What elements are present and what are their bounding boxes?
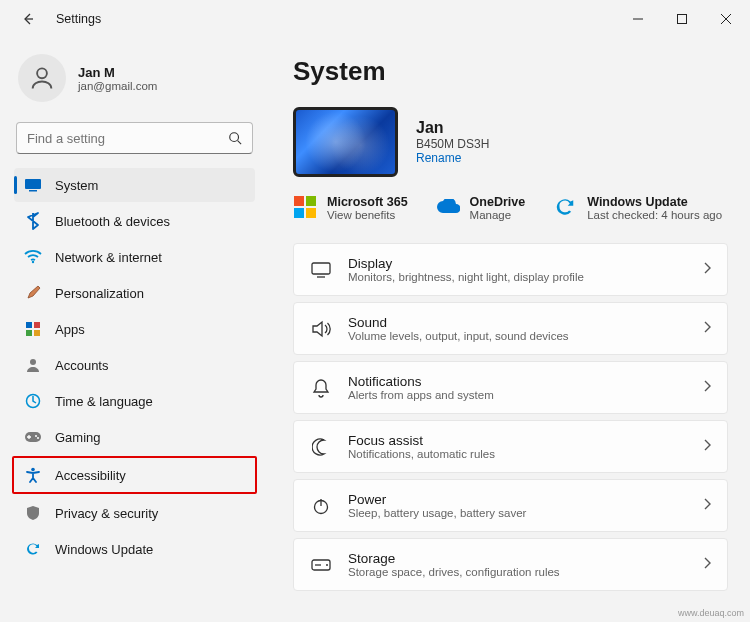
search-input[interactable] <box>27 131 228 146</box>
paintbrush-icon <box>24 284 42 302</box>
sidebar-item-personalization[interactable]: Personalization <box>14 276 255 310</box>
avatar <box>18 54 66 102</box>
chevron-right-icon <box>703 557 711 572</box>
display-icon <box>310 259 332 281</box>
wifi-icon <box>24 248 42 266</box>
minimize-button[interactable] <box>616 3 660 35</box>
apps-icon <box>24 320 42 338</box>
update-icon <box>24 540 42 558</box>
card-notifications[interactable]: Notifications Alerts from apps and syste… <box>293 361 728 414</box>
person-icon <box>28 64 56 92</box>
sidebar-item-accessibility[interactable]: Accessibility <box>14 458 255 492</box>
titlebar: Settings <box>0 0 750 38</box>
accounts-icon <box>24 356 42 374</box>
sidebar-item-time[interactable]: Time & language <box>14 384 255 418</box>
card-title: Storage <box>348 551 687 566</box>
storage-icon <box>310 554 332 576</box>
svg-point-5 <box>32 261 34 263</box>
sidebar-item-system[interactable]: System <box>14 168 255 202</box>
card-storage[interactable]: Storage Storage space, drives, configura… <box>293 538 728 591</box>
window-title: Settings <box>56 12 101 26</box>
sidebar-item-label: Network & internet <box>55 250 162 265</box>
moon-icon <box>310 436 332 458</box>
sidebar-item-privacy[interactable]: Privacy & security <box>14 496 255 530</box>
svg-rect-6 <box>26 322 32 328</box>
sidebar-item-label: Personalization <box>55 286 144 301</box>
search-box[interactable] <box>16 122 253 154</box>
device-row: Jan B450M DS3H Rename <box>293 107 728 177</box>
quick-sub: Last checked: 4 hours ago <box>587 209 722 221</box>
sidebar-item-bluetooth[interactable]: Bluetooth & devices <box>14 204 255 238</box>
quick-links-row: Microsoft 365 View benefits OneDrive Man… <box>293 195 728 221</box>
sidebar-item-label: Windows Update <box>55 542 153 557</box>
svg-point-10 <box>30 359 36 365</box>
quick-sub: View benefits <box>327 209 408 221</box>
microsoft-logo-icon <box>293 195 317 219</box>
card-sub: Sleep, battery usage, battery saver <box>348 507 687 519</box>
card-sound[interactable]: Sound Volume levels, output, input, soun… <box>293 302 728 355</box>
svg-point-14 <box>37 437 39 439</box>
svg-point-13 <box>35 435 37 437</box>
power-icon <box>310 495 332 517</box>
sidebar-item-accounts[interactable]: Accounts <box>14 348 255 382</box>
device-thumbnail <box>293 107 398 177</box>
arrow-left-icon <box>20 11 36 27</box>
quick-windows-update[interactable]: Windows Update Last checked: 4 hours ago <box>553 195 722 221</box>
profile-name: Jan M <box>78 65 157 80</box>
sound-icon <box>310 318 332 340</box>
sidebar-item-label: Bluetooth & devices <box>55 214 170 229</box>
close-button[interactable] <box>704 3 748 35</box>
card-title: Display <box>348 256 687 271</box>
card-sub: Volume levels, output, input, sound devi… <box>348 330 687 342</box>
card-sub: Storage space, drives, configuration rul… <box>348 566 687 578</box>
chevron-right-icon <box>703 321 711 336</box>
shield-icon <box>24 504 42 522</box>
svg-rect-3 <box>25 179 41 189</box>
svg-rect-9 <box>34 330 40 336</box>
card-focus-assist[interactable]: Focus assist Notifications, automatic ru… <box>293 420 728 473</box>
bell-icon <box>310 377 332 399</box>
card-display[interactable]: Display Monitors, brightness, night ligh… <box>293 243 728 296</box>
quick-title: OneDrive <box>470 195 526 209</box>
sidebar-item-gaming[interactable]: Gaming <box>14 420 255 454</box>
bluetooth-icon <box>24 212 42 230</box>
sidebar-item-update[interactable]: Windows Update <box>14 532 255 566</box>
chevron-right-icon <box>703 380 711 395</box>
profile-block[interactable]: Jan M jan@gmail.com <box>14 50 255 118</box>
system-icon <box>24 176 42 194</box>
page-title: System <box>293 56 728 87</box>
chevron-right-icon <box>703 439 711 454</box>
search-icon <box>228 131 242 145</box>
clock-globe-icon <box>24 392 42 410</box>
sidebar-item-label: Time & language <box>55 394 153 409</box>
sidebar-item-label: Accessibility <box>55 468 126 483</box>
sidebar-item-label: Apps <box>55 322 85 337</box>
sidebar-item-label: Gaming <box>55 430 101 445</box>
card-power[interactable]: Power Sleep, battery usage, battery save… <box>293 479 728 532</box>
device-model: B450M DS3H <box>416 137 489 151</box>
svg-point-19 <box>326 564 328 566</box>
sidebar-item-network[interactable]: Network & internet <box>14 240 255 274</box>
maximize-icon <box>677 14 687 24</box>
sidebar-item-label: Accounts <box>55 358 108 373</box>
rename-link[interactable]: Rename <box>416 151 489 165</box>
quick-onedrive[interactable]: OneDrive Manage <box>436 195 526 221</box>
chevron-right-icon <box>703 262 711 277</box>
maximize-button[interactable] <box>660 3 704 35</box>
card-title: Focus assist <box>348 433 687 448</box>
sidebar: Jan M jan@gmail.com System Bluetooth & d… <box>0 38 265 622</box>
settings-cards: Display Monitors, brightness, night ligh… <box>293 243 728 591</box>
svg-rect-16 <box>312 263 330 274</box>
svg-point-2 <box>230 133 239 142</box>
quick-ms365[interactable]: Microsoft 365 View benefits <box>293 195 408 221</box>
svg-rect-8 <box>26 330 32 336</box>
card-title: Power <box>348 492 687 507</box>
main-panel: System Jan B450M DS3H Rename Microsoft 3… <box>265 38 750 622</box>
sidebar-item-label: Privacy & security <box>55 506 158 521</box>
card-title: Notifications <box>348 374 687 389</box>
svg-point-15 <box>31 468 35 472</box>
svg-rect-7 <box>34 322 40 328</box>
back-button[interactable] <box>14 5 42 33</box>
card-sub: Notifications, automatic rules <box>348 448 687 460</box>
sidebar-item-apps[interactable]: Apps <box>14 312 255 346</box>
